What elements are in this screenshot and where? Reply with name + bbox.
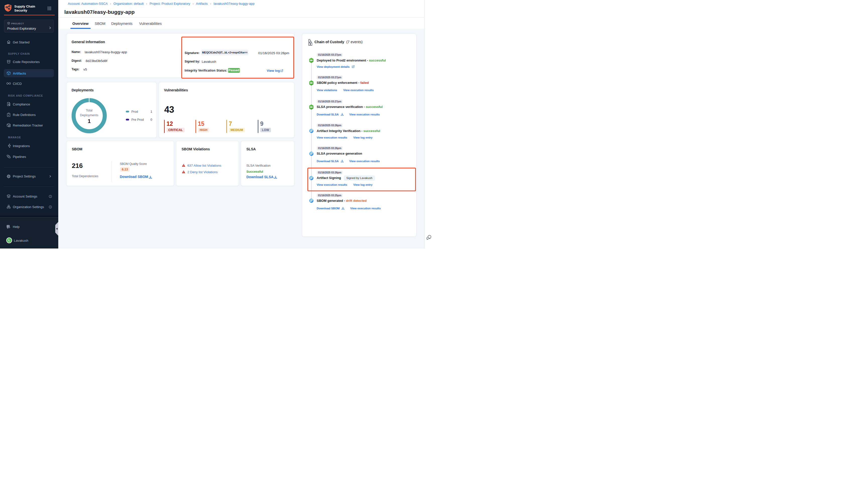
- svg-text:?: ?: [8, 225, 9, 227]
